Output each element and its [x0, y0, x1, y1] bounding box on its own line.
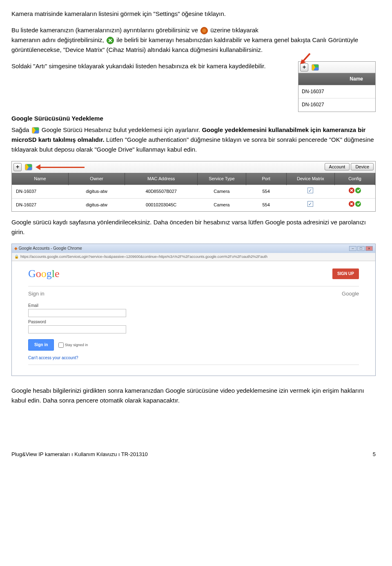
- delete-icon: [107, 37, 114, 44]
- signin-label: Sign in: [28, 290, 45, 298]
- signin-button[interactable]: Sign in: [28, 339, 54, 351]
- col-port: Port: [246, 173, 286, 185]
- checkbox-icon[interactable]: [307, 188, 313, 193]
- drive-icon[interactable]: [312, 64, 319, 71]
- ok-icon[interactable]: [355, 188, 361, 193]
- cant-access-link[interactable]: Can't access your account?: [28, 355, 359, 361]
- email-field[interactable]: [28, 309, 126, 317]
- signin-header: Sign in Google: [28, 290, 359, 298]
- divider: [28, 365, 359, 365]
- add-camera-button[interactable]: +: [13, 163, 22, 171]
- panel-row: DN-16027: [298, 98, 375, 111]
- svg-line-0: [303, 54, 310, 62]
- cell-service: Camera: [198, 198, 246, 211]
- window-title: ◆ Google Accounts - Google Chrome: [14, 245, 82, 252]
- col-mac: MAC Address: [125, 173, 198, 185]
- device-button[interactable]: Device: [351, 163, 374, 170]
- divider: [28, 286, 359, 286]
- cell-service: Camera: [198, 185, 246, 199]
- signup-button[interactable]: SIGN UP: [332, 268, 359, 279]
- checkbox-icon[interactable]: [307, 201, 313, 207]
- page-footer: Plug&View IP kameraları ı Kullanım Kılav…: [11, 450, 376, 459]
- text: Google Sürücü Hesabınız bulut yedeklemes…: [42, 126, 202, 133]
- delete-icon[interactable]: [349, 201, 354, 207]
- cell-matrix: [286, 185, 335, 199]
- drive-icon[interactable]: [25, 164, 32, 170]
- heading-google-backup: Google Sürücüsünü Yedekleme: [11, 114, 376, 123]
- red-arrow-icon: [36, 166, 85, 169]
- text: kameranın adını değiştirebilirsiniz,: [11, 36, 106, 43]
- footer-left: Plug&View IP kameraları ı Kullanım Kılav…: [11, 450, 148, 459]
- device-toolbar: + Account Device: [12, 161, 375, 173]
- account-button[interactable]: Account: [325, 163, 350, 170]
- cell-port: 554: [246, 198, 286, 211]
- camera-panel: + Name DN-16037 DN-16027: [298, 61, 376, 112]
- cell-matrix: [286, 198, 335, 211]
- paragraph-plus: Soldaki "Artı" simgesine tıklayarak yuka…: [11, 61, 291, 71]
- cell-config: [335, 185, 375, 199]
- device-table: + Account Device Name Owner MAC Address …: [11, 161, 376, 212]
- close-button[interactable]: ×: [365, 246, 373, 251]
- red-arrow-icon: [298, 52, 312, 67]
- cell-config: [335, 198, 375, 211]
- panel-toolbar: +: [298, 62, 375, 73]
- col-matrix: Device Matrix: [286, 173, 335, 185]
- chrome-urlbar[interactable]: 🔒 https://accounts.google.com/ServiceLog…: [12, 253, 375, 261]
- google-signin-page: Google SIGN UP Sign in Google Email Pass…: [12, 261, 375, 376]
- password-label: Password: [28, 320, 46, 324]
- device-table-grid: Name Owner MAC Address Service Type Port…: [12, 173, 375, 212]
- footer-page-number: 5: [373, 450, 376, 459]
- drive-icon: [32, 127, 39, 134]
- col-owner: Owner: [68, 173, 125, 185]
- maximize-button[interactable]: □: [357, 246, 365, 251]
- table-header-row: Name Owner MAC Address Service Type Port…: [12, 173, 375, 185]
- google-label: Google: [342, 290, 359, 298]
- stay-checkbox[interactable]: [58, 342, 64, 348]
- table-row: DN-16037 digitus-atw 40D85507B027 Camera…: [12, 185, 375, 199]
- ok-icon[interactable]: [355, 201, 361, 207]
- table-row: DN-16027 digitus-atw 00010203045C Camera…: [12, 198, 375, 211]
- view-icon: [200, 27, 208, 34]
- cell-mac: 40D85507B027: [125, 185, 198, 199]
- paragraph-google-drive: Sağda Google Sürücü Hesabınız bulut yede…: [11, 125, 376, 154]
- toolbar-buttons: Account Device: [325, 163, 374, 171]
- chrome-titlebar: ◆ Google Accounts - Google Chrome – □ ×: [12, 244, 375, 253]
- panel-header-name: Name: [298, 73, 375, 85]
- chrome-window: ◆ Google Accounts - Google Chrome – □ × …: [11, 244, 376, 376]
- password-field[interactable]: [28, 325, 126, 333]
- cell-port: 554: [246, 185, 286, 199]
- lock-icon: 🔒: [14, 254, 19, 260]
- delete-icon[interactable]: [349, 188, 354, 193]
- cell-owner: digitus-atw: [68, 198, 125, 211]
- cell-name: DN-16027: [12, 198, 68, 211]
- google-logo: Google: [28, 265, 60, 282]
- text: Sağda: [11, 126, 31, 133]
- text: Bu listede kameranızın (kameralarınızın)…: [11, 27, 200, 34]
- col-config: Config: [335, 173, 375, 185]
- col-service: Service Type: [198, 173, 246, 185]
- panel-row: DN-16037: [298, 85, 375, 98]
- email-label: Email: [28, 303, 38, 308]
- paragraph-settings: Kamera matrisinde kameraların listesini …: [11, 9, 376, 19]
- paragraph-after-login: Google hesabı bilgilerinizi girdikten so…: [11, 386, 376, 405]
- col-name: Name: [12, 173, 68, 185]
- minimize-button[interactable]: –: [349, 246, 356, 251]
- paragraph-redirect: Google sürücü kaydı sayfasına yönlendiri…: [11, 217, 376, 237]
- cell-name: DN-16037: [12, 185, 68, 199]
- text: üzerine tıklayarak: [210, 27, 258, 34]
- window-controls: – □ ×: [349, 246, 373, 251]
- paragraph-list-details: Bu listede kameranızın (kameralarınızın)…: [11, 25, 376, 55]
- cell-owner: digitus-atw: [68, 185, 125, 199]
- url-text: https://accounts.google.com/ServiceLogin…: [20, 254, 267, 260]
- stay-signed-in[interactable]: Stay signed in: [58, 343, 88, 347]
- cell-mac: 00010203045C: [125, 198, 198, 211]
